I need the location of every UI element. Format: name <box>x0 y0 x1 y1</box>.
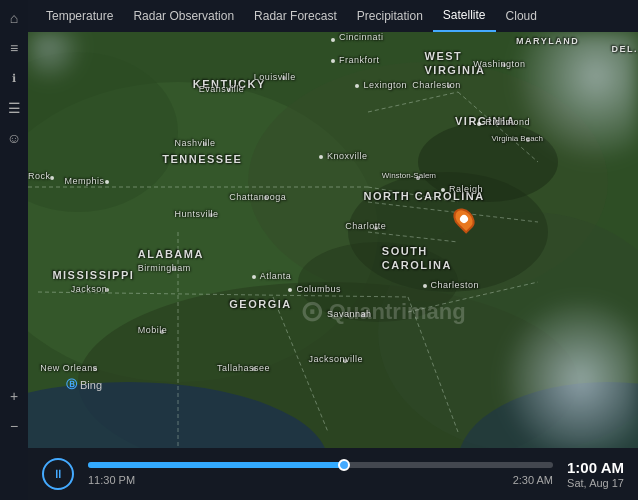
home-icon: ⌂ <box>10 10 18 26</box>
smiley-button[interactable]: ☺ <box>0 124 28 152</box>
nav-satellite[interactable]: Satellite <box>433 0 496 32</box>
minus-icon: − <box>10 418 18 434</box>
nav-temperature[interactable]: Temperature <box>36 0 123 32</box>
info-button[interactable]: ℹ <box>0 64 28 92</box>
list-icon: ☰ <box>8 100 21 116</box>
zoom-in-button[interactable]: + <box>0 382 28 410</box>
city-dot-chattanooga <box>264 196 268 200</box>
city-dot-new-orleans <box>93 367 97 371</box>
location-pin <box>455 207 473 231</box>
plus-icon: + <box>10 388 18 404</box>
city-dot-louisville <box>282 76 286 80</box>
smiley-icon: ☺ <box>7 130 21 146</box>
watermark: ⊙ Quantrimang <box>300 295 466 328</box>
timeline-fill <box>88 462 344 468</box>
city-dot-mobile <box>160 330 164 334</box>
city-dot-huntsville <box>209 213 213 217</box>
city-dot-evansville <box>227 88 231 92</box>
city-dot-charleston-wv <box>447 84 451 88</box>
city-dot-jacksonville <box>343 359 347 363</box>
list-button[interactable]: ☰ <box>0 94 28 122</box>
svg-rect-13 <box>28 32 168 182</box>
nav-precipitation[interactable]: Precipitation <box>347 0 433 32</box>
nav-cloud[interactable]: Cloud <box>496 0 547 32</box>
city-dot-raleigh <box>441 188 445 192</box>
layers-icon: ≡ <box>10 40 18 56</box>
bing-logo: Ⓑ Bing <box>66 377 102 392</box>
city-dot-rock <box>50 176 54 180</box>
city-dot-columbus <box>288 288 292 292</box>
city-dot-nashville <box>203 142 207 146</box>
city-dot-knoxville <box>319 155 323 159</box>
city-dot-jackson <box>105 288 109 292</box>
nav-radar-forecast[interactable]: Radar Forecast <box>244 0 347 32</box>
home-button[interactable]: ⌂ <box>0 4 28 32</box>
time-display: 1:00 AM Sat, Aug 17 <box>567 459 624 489</box>
map-container[interactable]: KENTUCKY WESTVIRGINIA VIRGINIA TENNESSEE… <box>28 32 638 448</box>
watermark-text: Quantrimang <box>329 299 466 325</box>
nav-radar-observation[interactable]: Radar Observation <box>123 0 244 32</box>
layers-button[interactable]: ≡ <box>0 34 28 62</box>
city-dot-cincinnati <box>331 38 335 42</box>
watermark-icon: ⊙ <box>300 295 323 328</box>
current-time: 1:00 AM <box>567 459 624 477</box>
city-dot-virginia-beach <box>526 138 530 142</box>
city-dot-lexington <box>355 84 359 88</box>
zoom-out-button[interactable]: − <box>0 412 28 440</box>
bing-label: Bing <box>80 379 102 391</box>
city-dot-charleston-sc <box>423 284 427 288</box>
timeline: 11:30 PM 2:30 AM <box>88 462 553 486</box>
timeline-start-label: 11:30 PM <box>88 474 135 486</box>
player-bar: ⏸ 11:30 PM 2:30 AM 1:00 AM Sat, Aug 17 <box>28 448 638 500</box>
timeline-track[interactable] <box>88 462 553 468</box>
city-dot-washington <box>502 63 506 67</box>
top-navigation: Temperature Radar Observation Radar Fore… <box>28 0 638 32</box>
info-icon: ℹ <box>12 72 16 85</box>
timeline-labels: 11:30 PM 2:30 AM <box>88 474 553 486</box>
left-sidebar: ⌂ ≡ ℹ ☰ ☺ + − <box>0 0 28 500</box>
pause-button[interactable]: ⏸ <box>42 458 74 490</box>
city-dot-richmond <box>477 122 481 126</box>
current-date: Sat, Aug 17 <box>567 477 624 489</box>
city-dot-tallahassee <box>252 367 256 371</box>
city-dot-frankfort <box>331 59 335 63</box>
pause-icon: ⏸ <box>52 467 64 481</box>
svg-rect-12 <box>408 212 638 448</box>
timeline-thumb[interactable] <box>338 459 350 471</box>
city-dot-memphis <box>105 180 109 184</box>
timeline-end-label: 2:30 AM <box>513 474 553 486</box>
city-dot-winston-salem <box>416 176 420 180</box>
city-dot-atlanta <box>252 275 256 279</box>
city-dot-charlotte <box>374 226 378 230</box>
city-dot-birmingham <box>172 267 176 271</box>
